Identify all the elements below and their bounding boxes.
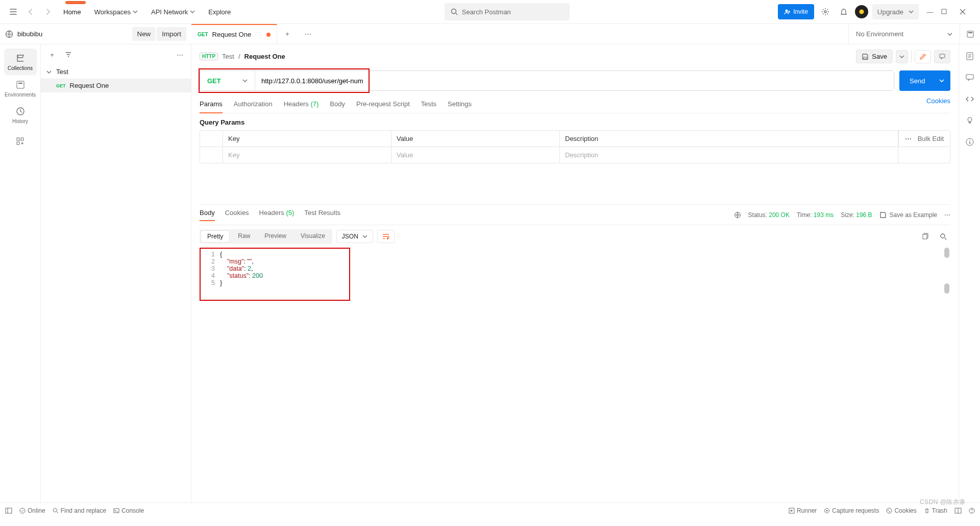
response-body[interactable]: 12345 { "msg": "", "data": 2, "status": … bbox=[200, 248, 350, 301]
help-button[interactable] bbox=[969, 508, 975, 514]
tab-params[interactable]: Params bbox=[200, 97, 223, 113]
filter-button[interactable] bbox=[61, 47, 76, 62]
menu-icon[interactable] bbox=[6, 5, 20, 19]
svg-point-0 bbox=[451, 9, 456, 14]
response-tab-body[interactable]: Body bbox=[200, 209, 215, 221]
search-response-button[interactable] bbox=[936, 229, 950, 244]
line-numbers: 12345 bbox=[201, 251, 220, 298]
breadcrumb-sep: / bbox=[238, 53, 240, 60]
comments-icon[interactable] bbox=[965, 73, 974, 82]
view-raw[interactable]: Raw bbox=[231, 229, 257, 244]
avatar[interactable] bbox=[855, 5, 868, 18]
import-button[interactable]: Import bbox=[157, 27, 186, 41]
tab-headers-count: (7) bbox=[310, 100, 318, 108]
two-pane-button[interactable] bbox=[954, 508, 962, 514]
network-icon[interactable] bbox=[734, 211, 741, 219]
edit-button[interactable] bbox=[915, 50, 931, 63]
cookies-link[interactable]: Cookies bbox=[926, 97, 950, 113]
sidebar-item-environments[interactable]: Environments bbox=[4, 75, 37, 102]
add-tab-button[interactable]: + bbox=[277, 24, 298, 44]
chevron-down-icon bbox=[939, 78, 944, 83]
nav-api-network[interactable]: API Network bbox=[146, 5, 200, 19]
view-visualize[interactable]: Visualize bbox=[293, 229, 332, 244]
code-icon[interactable] bbox=[965, 94, 974, 104]
runner-button[interactable]: Runner bbox=[789, 507, 817, 514]
tab-body[interactable]: Body bbox=[330, 97, 345, 113]
workspace-name[interactable]: bibubibu bbox=[5, 30, 127, 38]
wrap-lines-button[interactable] bbox=[377, 230, 395, 243]
cookies-label: Cookies bbox=[894, 507, 916, 514]
param-key-input[interactable]: Key bbox=[223, 147, 391, 163]
sidebar-configure-button[interactable] bbox=[4, 128, 37, 155]
search-input[interactable]: Search Postman bbox=[445, 3, 570, 20]
nav-home[interactable]: Home bbox=[58, 5, 86, 19]
documentation-icon[interactable] bbox=[965, 52, 974, 61]
forward-icon[interactable] bbox=[41, 5, 55, 19]
console-button[interactable]: Console bbox=[113, 507, 144, 514]
tab-settings[interactable]: Settings bbox=[448, 97, 472, 113]
svg-rect-16 bbox=[923, 234, 927, 239]
sidebar-item-history[interactable]: History bbox=[4, 102, 37, 128]
col-options-button[interactable]: ⋯ bbox=[905, 135, 912, 142]
window-close-icon[interactable] bbox=[960, 9, 974, 15]
tab-method-label: GET bbox=[198, 32, 208, 37]
new-button[interactable]: New bbox=[132, 27, 156, 41]
response-options-button[interactable]: ⋯ bbox=[944, 211, 950, 219]
send-button[interactable]: Send bbox=[899, 70, 950, 91]
nav-workspaces[interactable]: Workspaces bbox=[89, 5, 143, 19]
cookies-button[interactable]: Cookies bbox=[886, 507, 916, 514]
status-readout: Status: 200 OK bbox=[748, 211, 790, 219]
comment-button[interactable] bbox=[934, 50, 950, 63]
window-maximize-icon[interactable] bbox=[941, 9, 955, 15]
nav-explore[interactable]: Explore bbox=[203, 5, 236, 19]
sidebar-toggle-button[interactable] bbox=[5, 507, 12, 514]
add-collection-button[interactable]: + bbox=[45, 47, 59, 62]
save-dropdown-button[interactable] bbox=[896, 50, 908, 63]
tree-request[interactable]: GET Request One bbox=[41, 79, 191, 92]
console-label: Console bbox=[121, 507, 144, 514]
tab-overflow-button[interactable]: ⋯ bbox=[298, 24, 318, 44]
tab-headers[interactable]: Headers (7) bbox=[284, 97, 319, 113]
tab-prerequest[interactable]: Pre-request Script bbox=[356, 97, 410, 113]
window-minimize-icon[interactable]: — bbox=[923, 8, 937, 16]
divider bbox=[911, 51, 912, 63]
tree-request-label: Request One bbox=[70, 82, 109, 89]
request-tabs: Params Authorization Headers (7) Body Pr… bbox=[200, 97, 950, 113]
notifications-icon[interactable] bbox=[837, 5, 851, 19]
param-desc-input[interactable]: Description bbox=[560, 147, 898, 163]
tab-tests[interactable]: Tests bbox=[421, 97, 436, 113]
hints-icon[interactable] bbox=[965, 116, 974, 125]
url-input[interactable] bbox=[255, 71, 894, 90]
response-tab-tests[interactable]: Test Results bbox=[304, 209, 340, 221]
save-button[interactable]: Save bbox=[856, 50, 893, 63]
invite-button[interactable]: Invite bbox=[778, 4, 814, 19]
request-tab[interactable]: GET Request One bbox=[191, 24, 277, 44]
sidebar-item-collections[interactable]: Collections bbox=[4, 49, 37, 75]
settings-icon[interactable] bbox=[818, 5, 832, 19]
view-pretty[interactable]: Pretty bbox=[201, 230, 230, 243]
param-value-input[interactable]: Value bbox=[391, 147, 560, 163]
response-scrollbar[interactable] bbox=[943, 248, 950, 301]
info-icon[interactable] bbox=[965, 137, 974, 147]
back-icon[interactable] bbox=[23, 5, 38, 19]
capture-button[interactable]: Capture requests bbox=[824, 507, 879, 514]
response-tab-headers[interactable]: Headers (5) bbox=[259, 209, 295, 221]
find-replace-button[interactable]: Find and replace bbox=[53, 507, 106, 514]
view-preview[interactable]: Preview bbox=[257, 229, 293, 244]
breadcrumb-folder[interactable]: Test bbox=[222, 53, 234, 60]
environment-quicklook-button[interactable] bbox=[960, 24, 980, 44]
response-tab-cookies[interactable]: Cookies bbox=[225, 209, 249, 221]
copy-response-button[interactable] bbox=[918, 229, 932, 244]
tree-options-button[interactable]: ⋯ bbox=[173, 47, 187, 62]
tree-folder[interactable]: Test bbox=[41, 65, 191, 79]
bulk-edit-link[interactable]: Bulk Edit bbox=[918, 135, 944, 142]
trash-button[interactable]: Trash bbox=[924, 507, 947, 514]
environment-selector[interactable]: No Environment bbox=[848, 24, 960, 44]
method-selector[interactable]: GET bbox=[200, 71, 255, 90]
response-format-selector[interactable]: JSON bbox=[336, 230, 373, 243]
save-example-button[interactable]: Save as Example bbox=[879, 211, 937, 219]
online-status[interactable]: Online bbox=[19, 507, 45, 514]
tab-authorization[interactable]: Authorization bbox=[234, 97, 273, 113]
status-bar: Online Find and replace Console Runner C… bbox=[0, 503, 980, 518]
upgrade-button[interactable]: Upgrade bbox=[872, 4, 919, 19]
